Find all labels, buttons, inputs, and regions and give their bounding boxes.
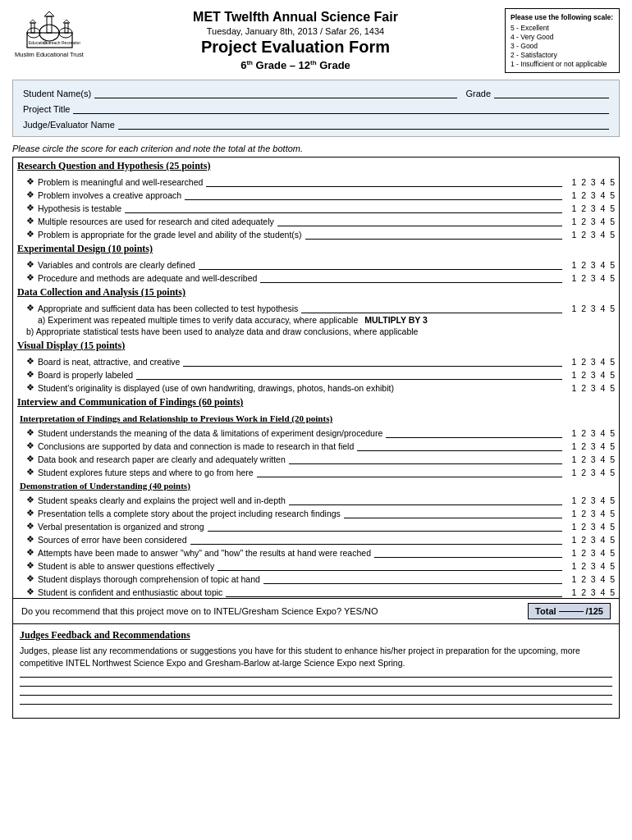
criterion-dca-1: ❖ Appropriate and sufficient data has be… — [13, 301, 619, 314]
criterion-text: Student speaks clearly and explains the … — [38, 495, 566, 505]
criterion-ifr-3: ❖ Data book and research paper are clear… — [13, 452, 619, 465]
bullet-icon: ❖ — [26, 587, 34, 597]
bullet-icon: ❖ — [26, 495, 34, 505]
total-max: /125 — [586, 606, 603, 616]
criterion-rqh-5: ❖ Problem is appropriate for the grade l… — [13, 227, 619, 240]
score-numbers: 1 2 3 4 5 — [566, 587, 615, 597]
section-ed: Experimental Design (10 points) ❖ Variab… — [13, 240, 619, 284]
criterion-text: Data book and research paper are clearly… — [38, 454, 566, 464]
section-ed-header: Experimental Design (10 points) — [13, 240, 619, 258]
criterion-text: Attempts have been made to answer "why" … — [38, 547, 566, 558]
recommendation-text: Do you recommend that this project move … — [21, 606, 528, 616]
score-numbers: 1 2 3 4 5 — [566, 441, 615, 451]
section-rqh-header: Research Question and Hypothesis (25 poi… — [13, 158, 619, 175]
student-name-row: Student Name(s) Grade — [23, 87, 609, 98]
criterion-du-7: ❖ Student displays thorough comprehensio… — [13, 572, 619, 585]
criterion-du-3: ❖ Verbal presentation is organized and s… — [13, 519, 619, 532]
total-label: Total — [535, 606, 556, 616]
bullet-icon: ❖ — [26, 441, 34, 451]
student-name-line[interactable] — [94, 87, 457, 98]
score-numbers: 1 2 3 4 5 — [566, 454, 615, 464]
logo-area: Education Outreach Recreation Muslim Edu… — [12, 8, 86, 58]
criterion-du-6: ❖ Student is able to answer questions ef… — [13, 559, 619, 572]
score-line — [218, 560, 562, 571]
score-numbers: 1 2 3 4 5 — [566, 561, 615, 571]
bullet-icon: ❖ — [26, 229, 34, 240]
score-line — [190, 534, 562, 545]
criterion-ifr-4: ❖ Student explores future steps and wher… — [13, 465, 619, 478]
scale-item-1: 1 - Insufficient or not applicable — [511, 60, 614, 68]
subsection-ifr: Interpretation of Findings and Relations… — [13, 411, 619, 478]
criterion-text: Student is able to answer questions effe… — [38, 560, 566, 571]
project-label: Project Title — [23, 104, 70, 114]
criterion-text: Sources of error have been considered — [38, 534, 566, 545]
header-center: MET Twelfth Annual Science Fair Tuesday,… — [86, 8, 505, 71]
criterion-text: Student explores future steps and where … — [38, 467, 566, 477]
scale-box: Please use the following scale: 5 - Exce… — [505, 8, 620, 73]
form-title: Project Evaluation Form — [86, 38, 505, 57]
criterion-du-1: ❖ Student speaks clearly and explains th… — [13, 493, 619, 506]
svg-text:Recreation: Recreation — [62, 40, 80, 45]
bullet-icon: ❖ — [26, 547, 34, 558]
criterion-ifr-1: ❖ Student understands the meaning of the… — [13, 426, 619, 439]
grade-line[interactable] — [494, 87, 609, 98]
feedback-header: Judges Feedback and Recommendations — [20, 629, 612, 641]
score-numbers: 1 2 3 4 5 — [566, 495, 615, 505]
judge-name-line[interactable] — [118, 118, 609, 130]
judge-label: Judge/Evaluator Name — [23, 120, 115, 130]
bullet-icon: ❖ — [26, 454, 34, 464]
scale-item-3: 3 - Good — [511, 42, 614, 50]
section-dca-header: Data Collection and Analysis (15 points) — [13, 284, 619, 301]
feedback-line-2 — [20, 686, 612, 687]
multiply-label: MULTIPLY BY 3 — [364, 315, 428, 325]
feedback-line-4 — [20, 704, 612, 705]
bullet-icon: ❖ — [26, 216, 34, 226]
bullet-icon: ❖ — [26, 203, 34, 213]
subsection-ifr-header: Interpretation of Findings and Relations… — [13, 411, 619, 426]
criterion-text: Appropriate and sufficient data has been… — [38, 303, 566, 313]
criterion-text: Presentation tells a complete story abou… — [38, 508, 566, 518]
score-numbers: 1 2 3 4 5 — [566, 535, 615, 545]
plain-text-row: b) Appropriate statistical tests have be… — [13, 326, 619, 337]
score-line — [257, 467, 562, 477]
criterion-text: Student is confident and enthusiastic ab… — [38, 587, 566, 597]
criterion-text: Board is neat, attractive, and creative — [38, 356, 566, 367]
feedback-line-1 — [20, 677, 612, 678]
score-line — [260, 272, 562, 283]
score-line — [226, 587, 562, 597]
score-line — [289, 495, 562, 505]
criterion-du-8: ❖ Student is confident and enthusiastic … — [13, 585, 619, 598]
criterion-du-5: ❖ Attempts have been made to answer "why… — [13, 546, 619, 559]
header: Education Outreach Recreation Muslim Edu… — [12, 8, 620, 73]
criterion-ed-2: ❖ Procedure and methods are adequate and… — [13, 271, 619, 284]
criterion-text: Student's originality is displayed (use … — [38, 383, 566, 393]
logo-org-text: Muslim Educational Trust — [15, 51, 84, 58]
bullet-icon: ❖ — [26, 521, 34, 532]
criterion-text: Problem involves a creative approach — [38, 189, 566, 200]
svg-text:Outreach: Outreach — [44, 40, 61, 45]
judge-name-row: Judge/Evaluator Name — [23, 118, 609, 130]
criterion-du-2: ❖ Presentation tells a complete story ab… — [13, 506, 619, 519]
student-label: Student Name(s) — [23, 89, 91, 98]
criterion-text: Problem is appropriate for the grade lev… — [38, 229, 566, 240]
score-numbers: 1 2 3 4 5 — [566, 468, 615, 477]
criterion-rqh-2: ❖ Problem involves a creative approach 1… — [13, 188, 619, 201]
criterion-du-4: ❖ Sources of error have been considered … — [13, 532, 619, 546]
criterion-rqh-1: ❖ Problem is meaningful and well-researc… — [13, 175, 619, 188]
svg-marker-9 — [63, 20, 70, 23]
multiply-row: a) Experiment was repeated multiple time… — [13, 314, 619, 326]
criterion-text: Board is properly labeled — [38, 369, 566, 380]
project-title-line[interactable] — [73, 103, 609, 114]
grade-range: 6th Grade – 12th Grade — [86, 59, 505, 71]
criterion-text: Verbal presentation is organized and str… — [38, 521, 566, 532]
bullet-icon: ❖ — [26, 369, 34, 380]
section-vd: Visual Display (15 points) ❖ Board is ne… — [13, 337, 619, 394]
criterion-text: Multiple resources are used for research… — [38, 216, 566, 226]
bullet-icon: ❖ — [26, 467, 34, 477]
fair-title: MET Twelfth Annual Science Fair — [86, 10, 505, 25]
criterion-text: Procedure and methods are adequate and w… — [38, 272, 566, 283]
total-score-field[interactable] — [559, 611, 584, 612]
section-icf: Interview and Communication of Findings … — [13, 394, 619, 598]
bullet-icon: ❖ — [26, 259, 34, 270]
score-numbers: 1 2 3 4 5 — [566, 383, 615, 393]
